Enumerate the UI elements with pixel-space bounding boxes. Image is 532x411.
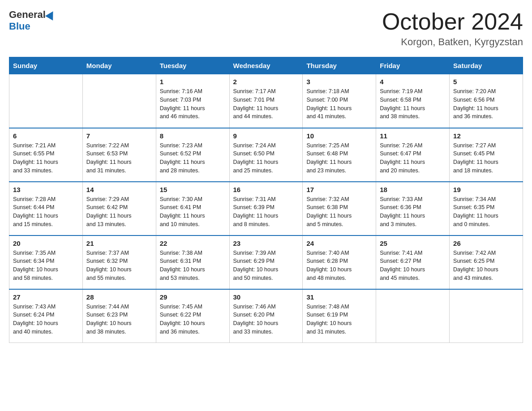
day-cell: 28Sunrise: 7:44 AM Sunset: 6:23 PM Dayli… — [82, 289, 156, 343]
day-cell: 21Sunrise: 7:37 AM Sunset: 6:32 PM Dayli… — [82, 235, 156, 289]
logo-blue-text: Blue — [9, 21, 30, 32]
day-cell: 31Sunrise: 7:48 AM Sunset: 6:19 PM Dayli… — [303, 289, 376, 343]
day-number: 14 — [86, 186, 152, 193]
day-number: 16 — [233, 186, 299, 193]
day-info: Sunrise: 7:17 AM Sunset: 7:01 PM Dayligh… — [233, 87, 299, 121]
day-info: Sunrise: 7:18 AM Sunset: 7:00 PM Dayligh… — [306, 87, 372, 121]
day-info: Sunrise: 7:37 AM Sunset: 6:32 PM Dayligh… — [86, 249, 152, 283]
week-row-2: 6Sunrise: 7:21 AM Sunset: 6:55 PM Daylig… — [9, 128, 523, 182]
day-number: 4 — [380, 78, 446, 86]
day-cell: 25Sunrise: 7:41 AM Sunset: 6:27 PM Dayli… — [376, 235, 450, 289]
day-cell: 11Sunrise: 7:26 AM Sunset: 6:47 PM Dayli… — [376, 128, 450, 182]
day-info: Sunrise: 7:19 AM Sunset: 6:58 PM Dayligh… — [380, 87, 446, 121]
logo-triangle-icon — [45, 9, 57, 21]
header-cell-friday: Friday — [376, 57, 450, 74]
day-number: 22 — [160, 240, 226, 247]
day-number: 10 — [306, 132, 372, 140]
day-info: Sunrise: 7:39 AM Sunset: 6:29 PM Dayligh… — [233, 249, 299, 283]
week-row-5: 27Sunrise: 7:43 AM Sunset: 6:24 PM Dayli… — [9, 289, 523, 343]
day-info: Sunrise: 7:27 AM Sunset: 6:45 PM Dayligh… — [453, 141, 519, 175]
day-info: Sunrise: 7:41 AM Sunset: 6:27 PM Dayligh… — [380, 249, 446, 283]
day-cell: 5Sunrise: 7:20 AM Sunset: 6:56 PM Daylig… — [450, 74, 523, 128]
day-number: 30 — [233, 293, 299, 301]
day-info: Sunrise: 7:26 AM Sunset: 6:47 PM Dayligh… — [380, 141, 446, 175]
day-cell: 16Sunrise: 7:31 AM Sunset: 6:39 PM Dayli… — [229, 182, 303, 235]
week-row-4: 20Sunrise: 7:35 AM Sunset: 6:34 PM Dayli… — [9, 235, 523, 289]
day-info: Sunrise: 7:35 AM Sunset: 6:34 PM Dayligh… — [13, 249, 79, 283]
header-cell-sunday: Sunday — [9, 57, 83, 74]
day-info: Sunrise: 7:20 AM Sunset: 6:56 PM Dayligh… — [453, 87, 519, 121]
day-cell: 30Sunrise: 7:46 AM Sunset: 6:20 PM Dayli… — [229, 289, 303, 343]
day-info: Sunrise: 7:42 AM Sunset: 6:25 PM Dayligh… — [453, 249, 519, 283]
day-cell: 13Sunrise: 7:28 AM Sunset: 6:44 PM Dayli… — [9, 182, 83, 235]
day-number: 9 — [233, 132, 299, 140]
day-cell: 20Sunrise: 7:35 AM Sunset: 6:34 PM Dayli… — [9, 235, 83, 289]
week-row-3: 13Sunrise: 7:28 AM Sunset: 6:44 PM Dayli… — [9, 182, 523, 235]
day-number: 26 — [453, 240, 519, 247]
day-number: 29 — [160, 293, 226, 301]
day-cell: 7Sunrise: 7:22 AM Sunset: 6:53 PM Daylig… — [82, 128, 156, 182]
day-cell: 6Sunrise: 7:21 AM Sunset: 6:55 PM Daylig… — [9, 128, 83, 182]
day-number: 5 — [453, 78, 519, 86]
day-number: 15 — [160, 186, 226, 193]
day-info: Sunrise: 7:24 AM Sunset: 6:50 PM Dayligh… — [233, 141, 299, 175]
day-cell: 10Sunrise: 7:25 AM Sunset: 6:48 PM Dayli… — [303, 128, 376, 182]
day-cell: 29Sunrise: 7:45 AM Sunset: 6:22 PM Dayli… — [156, 289, 229, 343]
day-number: 31 — [306, 293, 372, 301]
day-info: Sunrise: 7:45 AM Sunset: 6:22 PM Dayligh… — [160, 303, 226, 336]
day-number: 11 — [380, 132, 446, 140]
day-info: Sunrise: 7:21 AM Sunset: 6:55 PM Dayligh… — [13, 141, 79, 175]
day-info: Sunrise: 7:16 AM Sunset: 7:03 PM Dayligh… — [160, 87, 226, 121]
day-cell: 27Sunrise: 7:43 AM Sunset: 6:24 PM Dayli… — [9, 289, 83, 343]
day-cell: 26Sunrise: 7:42 AM Sunset: 6:25 PM Dayli… — [450, 235, 523, 289]
day-number: 19 — [453, 186, 519, 193]
day-number: 20 — [13, 240, 79, 247]
day-number: 1 — [160, 78, 226, 86]
day-number: 27 — [13, 293, 79, 301]
day-cell: 15Sunrise: 7:30 AM Sunset: 6:41 PM Dayli… — [156, 182, 229, 235]
week-row-1: 1Sunrise: 7:16 AM Sunset: 7:03 PM Daylig… — [9, 74, 523, 128]
day-cell: 9Sunrise: 7:24 AM Sunset: 6:50 PM Daylig… — [229, 128, 303, 182]
day-number: 12 — [453, 132, 519, 140]
logo-general-text: General — [9, 9, 46, 21]
day-info: Sunrise: 7:25 AM Sunset: 6:48 PM Dayligh… — [306, 141, 372, 175]
day-info: Sunrise: 7:28 AM Sunset: 6:44 PM Dayligh… — [13, 195, 79, 229]
day-number: 25 — [380, 240, 446, 247]
day-number: 7 — [86, 132, 152, 140]
day-number: 23 — [233, 240, 299, 247]
day-number: 3 — [306, 78, 372, 86]
day-info: Sunrise: 7:48 AM Sunset: 6:19 PM Dayligh… — [306, 303, 372, 336]
day-info: Sunrise: 7:23 AM Sunset: 6:52 PM Dayligh… — [160, 141, 226, 175]
header: General Blue October 2024 Korgon, Batken… — [9, 9, 523, 48]
day-number: 13 — [13, 186, 79, 193]
day-cell — [9, 74, 83, 128]
day-cell: 8Sunrise: 7:23 AM Sunset: 6:52 PM Daylig… — [156, 128, 229, 182]
header-cell-saturday: Saturday — [450, 57, 523, 74]
day-number: 18 — [380, 186, 446, 193]
day-info: Sunrise: 7:29 AM Sunset: 6:42 PM Dayligh… — [86, 195, 152, 229]
day-cell: 17Sunrise: 7:32 AM Sunset: 6:38 PM Dayli… — [303, 182, 376, 235]
day-cell — [376, 289, 450, 343]
day-cell: 22Sunrise: 7:38 AM Sunset: 6:31 PM Dayli… — [156, 235, 229, 289]
day-cell — [82, 74, 156, 128]
header-cell-thursday: Thursday — [303, 57, 376, 74]
day-info: Sunrise: 7:46 AM Sunset: 6:20 PM Dayligh… — [233, 303, 299, 336]
header-cell-wednesday: Wednesday — [229, 57, 303, 74]
day-info: Sunrise: 7:30 AM Sunset: 6:41 PM Dayligh… — [160, 195, 226, 229]
day-number: 2 — [233, 78, 299, 86]
day-cell: 24Sunrise: 7:40 AM Sunset: 6:28 PM Dayli… — [303, 235, 376, 289]
day-info: Sunrise: 7:34 AM Sunset: 6:35 PM Dayligh… — [453, 195, 519, 229]
day-info: Sunrise: 7:40 AM Sunset: 6:28 PM Dayligh… — [306, 249, 372, 283]
calendar-title: October 2024 — [382, 9, 523, 34]
day-number: 6 — [13, 132, 79, 140]
day-cell: 1Sunrise: 7:16 AM Sunset: 7:03 PM Daylig… — [156, 74, 229, 128]
day-number: 8 — [160, 132, 226, 140]
day-number: 17 — [306, 186, 372, 193]
title-area: October 2024 Korgon, Batken, Kyrgyzstan — [382, 9, 523, 48]
day-cell: 12Sunrise: 7:27 AM Sunset: 6:45 PM Dayli… — [450, 128, 523, 182]
day-number: 21 — [86, 240, 152, 247]
day-info: Sunrise: 7:31 AM Sunset: 6:39 PM Dayligh… — [233, 195, 299, 229]
day-cell: 3Sunrise: 7:18 AM Sunset: 7:00 PM Daylig… — [303, 74, 376, 128]
calendar-subtitle: Korgon, Batken, Kyrgyzstan — [382, 36, 523, 48]
day-cell: 23Sunrise: 7:39 AM Sunset: 6:29 PM Dayli… — [229, 235, 303, 289]
